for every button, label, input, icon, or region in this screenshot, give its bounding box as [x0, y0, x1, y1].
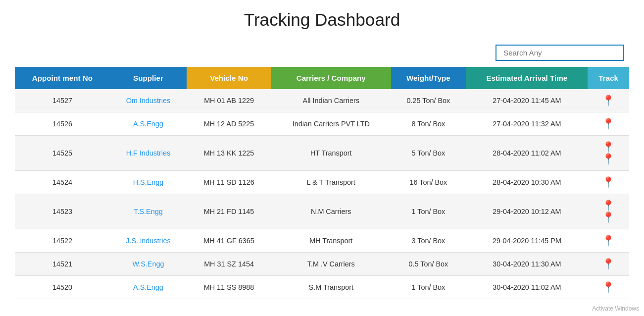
table-row: 14523T.S.EnggMH 21 FD 1145N.M Carriers1 …	[15, 194, 629, 229]
track-cell: 📍	[588, 89, 629, 112]
weight-type-cell: 3 Ton/ Box	[391, 229, 466, 253]
appoint-no-cell: 14520	[15, 276, 110, 299]
track-pin-icon[interactable]: 📍	[602, 235, 615, 247]
weight-type-cell: 16 Ton/ Box	[391, 171, 466, 194]
weight-type-cell: 0.25 Ton/ Box	[391, 89, 466, 112]
appoint-no-cell: 14521	[15, 253, 110, 276]
table-row: 14527Om IndustriesMH 01 AB 1229All India…	[15, 89, 629, 112]
est-arrival-cell: 30-04-2020 11:30 AM	[466, 253, 588, 276]
table-header-cell: Carriers / Company	[271, 67, 391, 89]
appoint-no-cell: 14524	[15, 171, 110, 194]
carrier-cell: L & T Transport	[271, 171, 391, 194]
track-cell: 📍	[588, 229, 629, 253]
weight-type-cell: 5 Ton/ Box	[391, 136, 466, 171]
track-pin-icon[interactable]: 📍	[602, 211, 615, 223]
est-arrival-cell: 29-04-2020 11:45 PM	[466, 229, 588, 253]
watermark: Activate Windows	[592, 305, 639, 309]
carrier-cell: HT Transport	[271, 136, 391, 171]
table-row: 14526A.S.EnggMH 12 AD 5225Indian Carrier…	[15, 112, 629, 136]
table-header-cell: Vehicle No	[187, 67, 271, 89]
appoint-no-cell: 14527	[15, 89, 110, 112]
supplier-link[interactable]: A.S.Engg	[133, 283, 163, 291]
track-cell: 📍	[588, 253, 629, 276]
track-pin-icon[interactable]: 📍	[602, 281, 615, 293]
vehicle-no-cell: MH 31 SZ 1454	[187, 253, 271, 276]
table-header-cell: Weight/Type	[391, 67, 466, 89]
supplier-cell: Om Industries	[110, 89, 187, 112]
track-cell: 📍	[588, 171, 629, 194]
table-row: 14524H.S.EnggMH 11 SD 1126L & T Transpor…	[15, 171, 629, 194]
est-arrival-cell: 27-04-2020 11:45 AM	[466, 89, 588, 112]
vehicle-no-cell: MH 11 SD 1126	[187, 171, 271, 194]
table-header: Appoint ment NoSupplierVehicle NoCarrier…	[15, 67, 629, 89]
supplier-cell: A.S.Engg	[110, 112, 187, 136]
vehicle-no-cell: MH 41 GF 6365	[187, 229, 271, 253]
vehicle-no-cell: MH 01 AB 1229	[187, 89, 271, 112]
supplier-link[interactable]: T.S.Engg	[134, 208, 162, 215]
track-pin-icon[interactable]: 📍	[602, 200, 615, 211]
page-title: Tracking Dashboard	[15, 10, 629, 30]
est-arrival-cell: 27-04-2020 11:32 AM	[466, 112, 588, 136]
table-row: 14521W.S.EnggMH 31 SZ 1454T.M .V Carrier…	[15, 253, 629, 276]
vehicle-no-cell: MH 21 FD 1145	[187, 194, 271, 229]
carrier-cell: MH Transport	[271, 229, 391, 253]
track-pin-icon[interactable]: 📍	[602, 95, 615, 106]
track-pin-icon[interactable]: 📍	[602, 153, 615, 165]
supplier-cell: J.S. industries	[110, 229, 187, 253]
table-header-cell: Appoint ment No	[15, 67, 110, 89]
weight-type-cell: 8 Ton/ Box	[391, 112, 466, 136]
table-header-cell: Estimated Arrival Time	[466, 67, 588, 89]
supplier-link[interactable]: J.S. industries	[126, 237, 170, 245]
table-row: 14525H.F IndustriesMH 13 KK 1225HT Trans…	[15, 136, 629, 171]
supplier-cell: A.S.Engg	[110, 276, 187, 299]
carrier-cell: Indian Carriers PVT LTD	[271, 112, 391, 136]
track-cell: 📍📍	[588, 194, 629, 229]
vehicle-no-cell: MH 11 SS 8988	[187, 276, 271, 299]
appoint-no-cell: 14526	[15, 112, 110, 136]
weight-type-cell: 0.5 Ton/ Box	[391, 253, 466, 276]
carrier-cell: N.M Carriers	[271, 194, 391, 229]
supplier-link[interactable]: H.F Industries	[126, 149, 171, 157]
weight-type-cell: 1 Ton/ Box	[391, 194, 466, 229]
table-row: 14522J.S. industriesMH 41 GF 6365MH Tran…	[15, 229, 629, 253]
track-cell: 📍	[588, 112, 629, 136]
est-arrival-cell: 28-04-2020 11:02 AM	[466, 136, 588, 171]
est-arrival-cell: 28-04-2020 10:30 AM	[466, 171, 588, 194]
table-body: 14527Om IndustriesMH 01 AB 1229All India…	[15, 89, 629, 299]
table-header-cell: Track	[588, 67, 629, 89]
page-wrapper: Tracking Dashboard Appoint ment NoSuppli…	[0, 0, 644, 309]
track-pin-icon[interactable]: 📍	[602, 176, 615, 188]
track-pin-icon[interactable]: 📍	[602, 258, 615, 270]
track-cell: 📍📍	[588, 136, 629, 171]
supplier-link[interactable]: W.S.Engg	[132, 260, 164, 268]
supplier-link[interactable]: Om Industries	[126, 97, 171, 105]
weight-type-cell: 1 Ton/ Box	[391, 276, 466, 299]
vehicle-no-cell: MH 12 AD 5225	[187, 112, 271, 136]
carrier-cell: All Indian Carriers	[271, 89, 391, 112]
est-arrival-cell: 29-04-2020 10:12 AM	[466, 194, 588, 229]
search-bar-area	[15, 45, 629, 61]
supplier-cell: H.F Industries	[110, 136, 187, 171]
appoint-no-cell: 14523	[15, 194, 110, 229]
est-arrival-cell: 30-04-2020 11:02 AM	[466, 276, 588, 299]
vehicle-no-cell: MH 13 KK 1225	[187, 136, 271, 171]
track-pin-icon[interactable]: 📍	[602, 118, 615, 130]
track-pin-icon[interactable]: 📍	[602, 141, 615, 153]
carrier-cell: T.M .V Carriers	[271, 253, 391, 276]
tracking-table: Appoint ment NoSupplierVehicle NoCarrier…	[15, 67, 629, 299]
table-row: 14520A.S.EnggMH 11 SS 8988S.M Transport1…	[15, 276, 629, 299]
supplier-link[interactable]: A.S.Engg	[133, 120, 163, 128]
supplier-cell: H.S.Engg	[110, 171, 187, 194]
search-input[interactable]	[495, 45, 624, 61]
table-header-cell: Supplier	[110, 67, 187, 89]
track-cell: 📍	[588, 276, 629, 299]
supplier-link[interactable]: H.S.Engg	[133, 178, 164, 186]
appoint-no-cell: 14522	[15, 229, 110, 253]
carrier-cell: S.M Transport	[271, 276, 391, 299]
appoint-no-cell: 14525	[15, 136, 110, 171]
supplier-cell: W.S.Engg	[110, 253, 187, 276]
supplier-cell: T.S.Engg	[110, 194, 187, 229]
